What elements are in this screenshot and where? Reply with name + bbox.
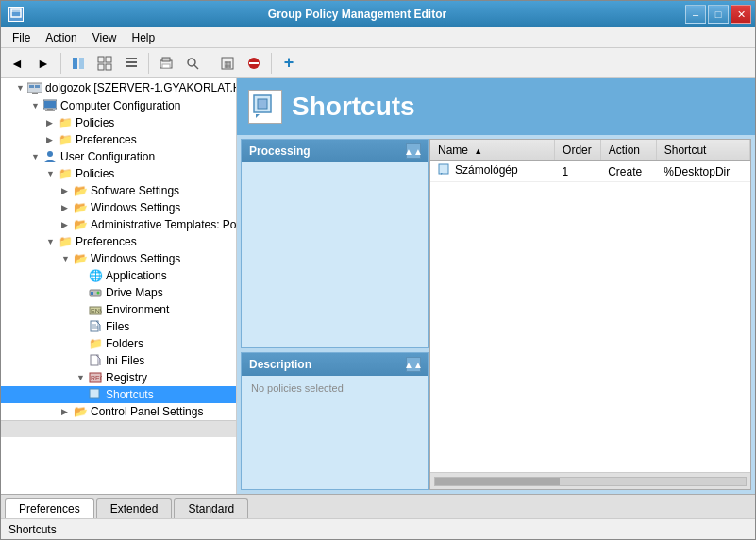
description-body: No policies selected	[242, 376, 428, 489]
title-bar: Group Policy Management Editor – □ ✕	[1, 1, 755, 27]
sidebar-item-control-panel[interactable]: 📂 Control Panel Settings	[1, 403, 236, 420]
print-button[interactable]	[154, 51, 178, 76]
sidebar-item-drive-maps[interactable]: Drive Maps	[1, 284, 236, 301]
search-button[interactable]	[180, 51, 205, 76]
sidebar-item-software-settings[interactable]: 📂 Software Settings	[1, 182, 236, 199]
sidebar-item-preferences-cc[interactable]: 📁 Preferences	[1, 131, 236, 148]
svg-rect-25	[44, 101, 56, 108]
block-button[interactable]	[242, 51, 266, 76]
svg-point-31	[97, 292, 100, 295]
sidebar-item-admin-templates[interactable]: 📂 Administrative Templates: Po...	[1, 216, 236, 233]
menu-action[interactable]: Action	[38, 29, 84, 46]
svg-rect-13	[162, 64, 170, 68]
files-label: Files	[106, 320, 129, 333]
show-hide-button[interactable]	[66, 51, 91, 76]
sidebar-item-files[interactable]: Files	[1, 318, 236, 335]
table-horizontal-scroll[interactable]	[430, 472, 750, 489]
computer-config-label: Computer Configuration	[60, 99, 180, 112]
table-area: Name ▲ Order Action	[429, 139, 751, 490]
svg-rect-41	[90, 389, 99, 398]
svg-line-15	[194, 65, 198, 69]
computer-config-arrow[interactable]	[31, 101, 42, 110]
sidebar-item-folders[interactable]: 📁 Folders	[1, 335, 236, 352]
windows-settings-pref-arrow[interactable]	[61, 254, 73, 263]
root-icon	[27, 80, 42, 95]
processing-collapse-button[interactable]: ▲▲	[406, 143, 421, 159]
window-title: Group Policy Management Editor	[29, 8, 685, 21]
preferences-uc-arrow[interactable]	[46, 237, 58, 246]
sidebar-item-policies-uc[interactable]: 📁 Policies	[1, 165, 236, 182]
sidebar-item-windows-settings-pref[interactable]: 📂 Windows Settings	[1, 250, 236, 267]
sidebar-item-environment[interactable]: ENV Environment	[1, 301, 236, 318]
processing-header: Processing ▲▲	[242, 140, 428, 162]
tree-root[interactable]: dolgozok [SZERVER-1.GYAKORLAT.HU]	[1, 78, 236, 97]
sidebar-item-policies-cc[interactable]: 📁 Policies	[1, 114, 236, 131]
col-header-name[interactable]: Name ▲	[430, 140, 555, 161]
admin-templates-arrow[interactable]	[61, 220, 73, 229]
sidebar-item-registry[interactable]: REG Registry	[1, 369, 236, 386]
menu-help[interactable]: Help	[125, 29, 163, 46]
sidebar-item-ini-files[interactable]: Ini Files	[1, 352, 236, 369]
tab-extended[interactable]: Extended	[96, 498, 173, 518]
table-row[interactable]: Számológép 1 Create %DesktopDir	[430, 161, 750, 182]
cell-order: 1	[555, 161, 601, 182]
shortcuts-header-icon	[248, 90, 282, 124]
svg-rect-30	[91, 292, 93, 295]
admin-templates-label: Administrative Templates: Po...	[91, 218, 237, 231]
preferences-cc-label: Preferences	[76, 133, 137, 146]
sidebar-item-computer-config[interactable]: Computer Configuration	[1, 97, 236, 114]
software-settings-label: Software Settings	[91, 184, 179, 197]
toolbar-separator-4	[271, 53, 272, 74]
sidebar-item-preferences-uc[interactable]: 📁 Preferences	[1, 233, 236, 250]
menu-view[interactable]: View	[85, 29, 125, 46]
processing-panel: Processing ▲▲	[241, 139, 429, 348]
minimize-button[interactable]: –	[685, 5, 706, 24]
windows-settings-icon: 📂	[73, 200, 88, 215]
root-arrow[interactable]	[16, 83, 27, 93]
sidebar-item-windows-settings[interactable]: 📂 Windows Settings	[1, 199, 236, 216]
tab-standard[interactable]: Standard	[174, 498, 248, 518]
toolbar-separator-2	[148, 53, 149, 74]
policies-uc-arrow[interactable]	[46, 169, 58, 178]
table-scroll[interactable]: Name ▲ Order Action	[430, 140, 750, 472]
maximize-button[interactable]: □	[708, 5, 729, 24]
sidebar-item-shortcuts[interactable]: Shortcuts	[1, 386, 236, 403]
windows-settings-arrow[interactable]	[61, 203, 73, 212]
user-config-arrow[interactable]	[31, 152, 42, 161]
registry-arrow[interactable]	[76, 373, 88, 382]
sidebar-item-user-config[interactable]: User Configuration	[1, 148, 236, 165]
svg-text:ENV: ENV	[91, 308, 102, 314]
svg-rect-44	[439, 164, 448, 174]
windows-settings-pref-icon: 📂	[73, 251, 88, 266]
status-text: Shortcuts	[8, 523, 57, 536]
view1-button[interactable]	[92, 51, 117, 76]
back-button[interactable]: ◄	[5, 51, 29, 76]
col-header-shortcut[interactable]: Shortcut	[656, 140, 749, 161]
control-panel-arrow[interactable]	[61, 407, 73, 416]
export-button[interactable]: ▦	[215, 51, 240, 76]
tab-preferences[interactable]: Preferences	[5, 498, 94, 519]
environment-icon: ENV	[88, 302, 103, 317]
shortcuts-header: Shortcuts	[237, 78, 755, 135]
cell-name: Számológép	[430, 161, 555, 182]
add-button[interactable]: +	[277, 51, 301, 76]
col-header-order[interactable]: Order	[555, 140, 601, 161]
svg-rect-10	[126, 65, 137, 67]
policies-cc-icon: 📁	[58, 115, 73, 130]
sidebar-scroll	[1, 420, 236, 437]
view2-button[interactable]	[119, 51, 143, 76]
policies-cc-arrow[interactable]	[46, 118, 58, 127]
drive-maps-icon	[88, 285, 103, 300]
description-header: Description ▲▲	[242, 353, 428, 376]
sidebar-item-applications[interactable]: 🌐 Applications	[1, 267, 236, 284]
left-sub-panels: Processing ▲▲ Description ▲▲ No policies…	[241, 139, 429, 490]
svg-rect-12	[162, 58, 170, 61]
menu-file[interactable]: File	[5, 29, 38, 46]
forward-button[interactable]: ►	[31, 51, 56, 76]
description-collapse-button[interactable]: ▲▲	[406, 357, 421, 372]
software-settings-arrow[interactable]	[61, 186, 73, 195]
table-header-row: Name ▲ Order Action	[430, 140, 750, 161]
col-header-action[interactable]: Action	[600, 140, 656, 161]
preferences-cc-arrow[interactable]	[46, 135, 58, 144]
close-button[interactable]: ✕	[731, 5, 751, 24]
